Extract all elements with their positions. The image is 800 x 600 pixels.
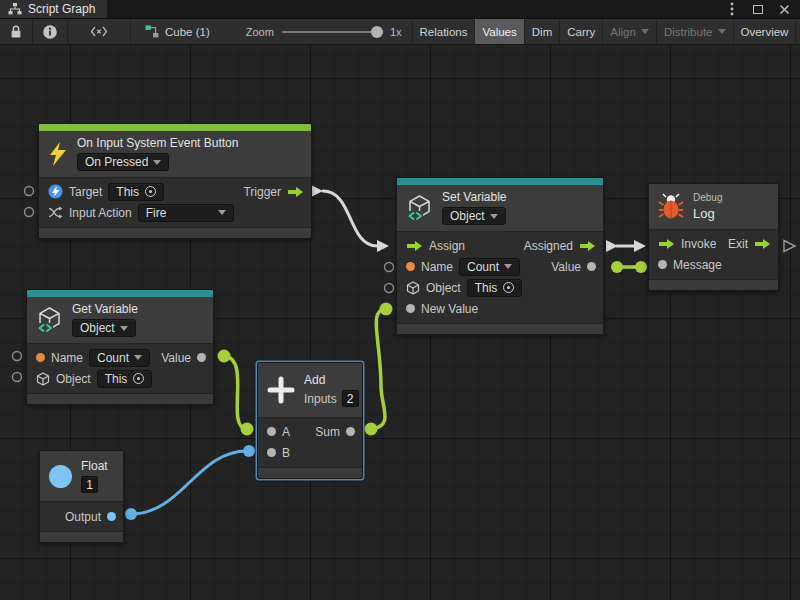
carry-button[interactable]: Carry [560,19,603,44]
output-label: Output [65,510,101,524]
zoom-slider[interactable] [282,31,382,33]
node-get-variable[interactable]: Get Variable Object Name Count Value [26,289,214,405]
graph-ref-label: Cube (1) [165,26,210,38]
edge-port-event-action[interactable] [25,208,34,217]
lock-button[interactable] [0,19,33,44]
message-port-icon[interactable] [658,260,667,269]
a-port-icon[interactable] [267,427,276,436]
name-dropdown[interactable]: Count [459,258,520,276]
name-label: Name [421,260,453,274]
edge-port-setvar-object[interactable] [385,284,394,293]
align-button[interactable]: Align [603,19,657,44]
float-value-field[interactable]: 1 [81,476,98,493]
inspect-button[interactable] [33,19,68,44]
node-footer [258,467,362,478]
node-on-input-system-event[interactable]: On Input System Event Button On Pressed … [38,123,312,239]
wire-trigger-to-assign[interactable] [311,185,389,252]
overview-button[interactable]: Overview [734,19,797,44]
lightning-bolt-icon [48,141,68,167]
script-graph-window: Script Graph [0,0,800,600]
float-icon [49,465,72,488]
object-picker-button[interactable]: This [467,279,523,297]
value-port-icon[interactable] [587,262,596,271]
chevron-down-icon [153,160,161,165]
input-action-icon [48,206,63,219]
graph-canvas[interactable]: On Input System Event Button On Pressed … [0,45,800,600]
maximize-icon[interactable] [752,3,764,15]
dim-button[interactable]: Dim [525,19,560,44]
name-port-icon[interactable] [36,353,45,362]
fullscreen-button[interactable]: Full Screen [796,19,800,44]
object-picker-button[interactable]: This [97,370,153,388]
input-action-dropdown[interactable]: Fire [138,204,234,222]
graph-ref-icon [145,25,160,38]
node-title: Float [81,459,108,473]
edge-port-setvar-name[interactable] [385,263,394,272]
titlebar: Script Graph [0,0,800,19]
invoke-flow-port-icon[interactable] [658,238,675,250]
assigned-label: Assigned [524,239,573,253]
inputs-count-field[interactable]: 2 [342,390,359,407]
wire-output-to-b[interactable] [125,445,255,520]
node-footer [40,531,123,542]
b-port-icon[interactable] [267,448,276,457]
tab-title: Script Graph [28,2,95,16]
variable-kind-dropdown[interactable]: Object [442,207,506,225]
name-dropdown[interactable]: Count [89,349,150,367]
row-output: Output [40,506,123,527]
code-view-button[interactable] [68,19,131,44]
assign-flow-port-icon[interactable] [406,240,423,252]
edge-port-event-target[interactable] [25,187,34,196]
wire-sum-to-newvalue[interactable] [365,303,393,436]
trigger-label: Trigger [243,185,281,199]
zoom-slider-handle[interactable] [371,26,383,38]
distribute-button[interactable]: Distribute [657,19,734,44]
new-value-port-icon[interactable] [406,304,415,313]
code-x-icon [90,25,108,38]
row-name: Name Count Value [397,256,603,277]
node-debug-log[interactable]: Debug Log Invoke Exit [648,183,779,291]
target-object-button[interactable]: This [108,183,164,201]
event-accent-bar [39,124,311,131]
name-label: Name [51,351,83,365]
zoom-value: 1x [390,26,402,38]
wire-value-to-message[interactable] [611,261,647,273]
menu-icon[interactable] [726,3,738,15]
object-cube-icon [36,372,50,386]
invoke-label: Invoke [681,237,716,251]
relations-button[interactable]: Relations [412,19,476,44]
node-footer [397,323,603,334]
chevron-down-icon [134,355,142,360]
name-port-icon[interactable] [406,262,415,271]
script-graph-tab-icon [8,3,22,15]
close-icon[interactable] [778,3,790,15]
edge-port-getvar-name[interactable] [13,352,22,361]
node-category: Debug [693,192,722,203]
graph-breadcrumb[interactable]: Cube (1) [131,19,220,44]
object-picker-icon [145,186,156,197]
wire-getvalue-to-a[interactable] [218,350,254,436]
wire-assigned-to-invoke[interactable] [606,240,646,252]
event-mode-dropdown[interactable]: On Pressed [77,153,169,171]
edge-port-getvar-object[interactable] [13,373,22,382]
trigger-flow-port-icon[interactable] [287,186,304,198]
tab-script-graph[interactable]: Script Graph [0,0,107,18]
object-picker-icon [503,282,514,293]
node-float[interactable]: Float 1 Output [39,450,124,543]
new-value-label: New Value [421,302,478,316]
exit-flow-port-icon[interactable] [754,238,771,250]
object-label: Object [56,372,91,386]
row-message: Message [649,254,778,275]
output-port-icon[interactable] [107,512,116,521]
a-label: A [282,425,290,439]
exit-flow-port-unconnected[interactable] [784,241,795,252]
value-port-icon[interactable] [197,353,206,362]
node-add[interactable]: Add Inputs 2 A Sum [257,362,363,479]
assigned-flow-port-icon[interactable] [579,240,596,252]
chevron-down-icon [718,29,726,34]
variable-kind-dropdown[interactable]: Object [72,319,136,337]
sum-port-icon[interactable] [346,427,355,436]
graph-toolbar: Cube (1) Zoom 1x Relations Values Dim Ca… [0,19,800,45]
node-set-variable[interactable]: Set Variable Object Assign Assigned [396,177,604,335]
values-button[interactable]: Values [475,19,524,44]
